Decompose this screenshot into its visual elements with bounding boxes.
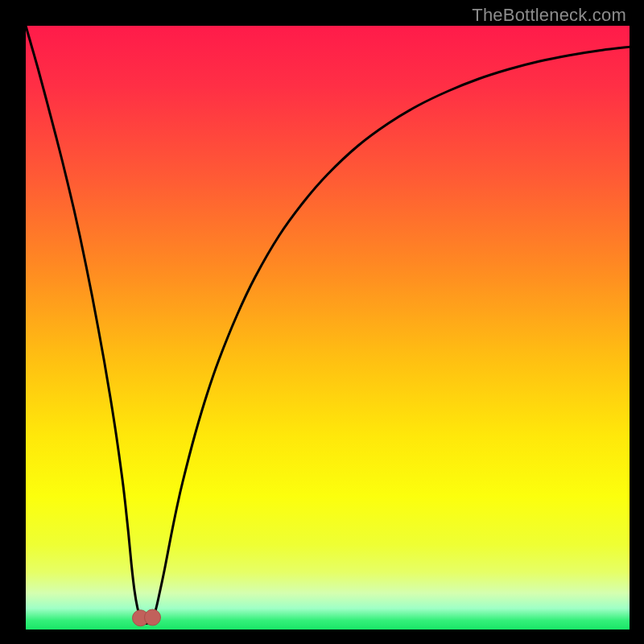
watermark-text: TheBottleneck.com: [472, 5, 626, 26]
bottleneck-curve: [26, 26, 630, 630]
chart-frame: TheBottleneck.com: [0, 0, 644, 644]
plot-area: [26, 26, 630, 630]
curve-marker: [145, 609, 161, 625]
